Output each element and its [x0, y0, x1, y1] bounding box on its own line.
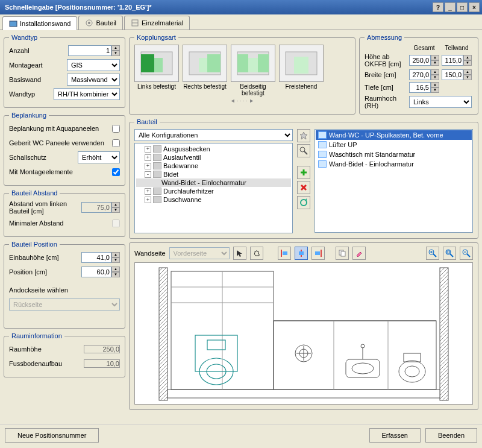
- list-item[interactable]: Wand-Bidet - Einlocharmatur: [316, 159, 472, 169]
- spin-up[interactable]: ▲: [111, 252, 120, 257]
- expand-icon[interactable]: +: [145, 197, 151, 203]
- close-button[interactable]: ×: [469, 2, 480, 12]
- zoom-in-tool[interactable]: [426, 247, 439, 260]
- raumhoch-select[interactable]: Links: [409, 96, 472, 108]
- add-button[interactable]: [297, 166, 310, 179]
- wandtyp-select[interactable]: RH/TH kombiniert: [54, 88, 120, 100]
- spin-down[interactable]: ▼: [431, 75, 439, 80]
- abstand-label: Abstand vom linken Bauteil [cm]: [9, 200, 81, 215]
- selected-list[interactable]: Wand-WC - UP-Spülkasten, Bet. vorneLüfte…: [315, 129, 473, 233]
- spin-up[interactable]: ▲: [431, 82, 439, 87]
- svg-rect-7: [154, 58, 163, 72]
- position-input[interactable]: [81, 267, 111, 277]
- spin-down[interactable]: ▼: [111, 51, 120, 56]
- abstand-group: Bauteil Abstand Abstand vom linken Baute…: [4, 189, 125, 237]
- expand-icon[interactable]: +: [145, 146, 151, 153]
- wandtyp-label: Wandtyp: [9, 90, 54, 98]
- kopp-beidseitig[interactable]: Beidseitig befestigt: [231, 45, 275, 96]
- refresh-button[interactable]: [297, 196, 310, 209]
- zoom-fit-tool[interactable]: [443, 247, 456, 260]
- beenden-button[interactable]: Beenden: [425, 428, 477, 443]
- abmessung-group: Abmessung GesamtTeilwand Höhe ab OKFFB […: [359, 34, 478, 115]
- tree-item[interactable]: +Durchlauferhitzer: [136, 187, 291, 195]
- spin-down[interactable]: ▼: [111, 272, 120, 277]
- geberit-checkbox[interactable]: [112, 139, 120, 147]
- delete-button[interactable]: [297, 181, 310, 194]
- tree-item[interactable]: +Ausgussbecken: [136, 145, 291, 153]
- erfassen-button[interactable]: Erfassen: [369, 428, 421, 443]
- svg-point-2: [88, 22, 90, 24]
- kopp-links[interactable]: Links befestigt: [134, 45, 179, 96]
- basiswand-select[interactable]: Massivwand: [67, 74, 120, 86]
- tab-einzelmaterial[interactable]: Einzelmaterial: [124, 16, 190, 30]
- hoehe-gesamt-input[interactable]: [409, 55, 431, 66]
- bauteil-group: Bauteil Alle Konfigurationen +Ausgussbec…: [129, 118, 478, 239]
- maximize-button[interactable]: □: [457, 2, 468, 12]
- align-center-tool[interactable]: [295, 247, 308, 260]
- tree-item[interactable]: Wand-Bidet - Einlocharmatur: [136, 178, 291, 187]
- spin-up[interactable]: ▲: [463, 69, 472, 75]
- tree-label: Bidet: [163, 171, 178, 178]
- config-select[interactable]: Alle Konfigurationen: [134, 129, 293, 141]
- abstand-input: [81, 202, 111, 213]
- drawing-canvas[interactable]: [134, 262, 473, 405]
- neue-position-button[interactable]: Neue Positionsnummer: [5, 428, 99, 443]
- help-button[interactable]: ?: [433, 2, 443, 12]
- spin-up[interactable]: ▲: [463, 55, 472, 60]
- montageart-select[interactable]: GIS: [67, 59, 120, 71]
- spin-down[interactable]: ▼: [111, 257, 120, 263]
- spin-up[interactable]: ▲: [111, 267, 120, 272]
- andock-select: Rückseite: [9, 298, 120, 311]
- color-tool[interactable]: [352, 247, 366, 260]
- find-button[interactable]: [297, 144, 310, 157]
- align-right-tool[interactable]: [311, 247, 325, 260]
- schall-label: Schallschutz: [9, 154, 78, 161]
- breite-teil-input[interactable]: [442, 69, 463, 80]
- kopp-freistehend[interactable]: Freistehend: [279, 45, 324, 96]
- bauteil-tree[interactable]: +Ausgussbecken+Auslaufventil+Badewanne-B…: [134, 143, 293, 233]
- pan-tool[interactable]: [250, 247, 263, 260]
- spin-down[interactable]: ▼: [463, 75, 472, 80]
- expand-icon[interactable]: +: [145, 154, 151, 161]
- kopp-rechts[interactable]: Rechts befestigt: [183, 45, 227, 96]
- wandseite-label: Wandseite: [134, 250, 166, 257]
- tree-item[interactable]: +Badewanne: [136, 162, 291, 170]
- align-left-tool[interactable]: [278, 247, 291, 260]
- spin-down[interactable]: ▼: [463, 60, 472, 66]
- copy-tool[interactable]: [336, 247, 349, 260]
- spin-up[interactable]: ▲: [111, 45, 120, 51]
- pointer-tool[interactable]: [233, 247, 246, 260]
- abmessung-legend: Abmessung: [365, 34, 404, 41]
- list-item[interactable]: Lüfter UP: [316, 140, 472, 150]
- tree-item[interactable]: +Duschwanne: [136, 195, 291, 204]
- spin-up[interactable]: ▲: [431, 55, 439, 60]
- list-item[interactable]: Waschtisch mit Standarmatur: [316, 150, 472, 159]
- svg-rect-48: [167, 390, 440, 398]
- tiefe-input[interactable]: [409, 82, 431, 93]
- anzahl-input[interactable]: [68, 45, 111, 56]
- hoehe-teil-input[interactable]: [442, 55, 463, 66]
- tab-bauteil[interactable]: Bauteil: [78, 16, 123, 30]
- tab-installationswand[interactable]: Installationswand: [2, 16, 77, 30]
- expand-icon[interactable]: -: [145, 171, 151, 178]
- gesamt-header: Gesamt: [409, 45, 439, 51]
- anzahl-spinner[interactable]: ▲▼: [68, 45, 120, 56]
- spin-up[interactable]: ▲: [431, 69, 439, 75]
- tree-item[interactable]: -Bidet: [136, 170, 291, 178]
- tree-item[interactable]: +Auslaufventil: [136, 153, 291, 162]
- montage-checkbox[interactable]: [112, 168, 120, 176]
- expand-icon[interactable]: +: [145, 188, 151, 195]
- schall-select[interactable]: Erhöht: [78, 151, 120, 163]
- spin-down[interactable]: ▼: [431, 60, 439, 66]
- aqua-checkbox[interactable]: [112, 125, 120, 133]
- einbau-input[interactable]: [81, 252, 111, 263]
- expand-icon[interactable]: +: [145, 163, 151, 169]
- minimize-button[interactable]: _: [445, 2, 455, 12]
- item-icon: [153, 154, 161, 161]
- favorite-button[interactable]: [297, 129, 310, 142]
- svg-marker-17: [300, 132, 307, 139]
- breite-gesamt-input[interactable]: [409, 69, 431, 80]
- list-item[interactable]: Wand-WC - UP-Spülkasten, Bet. vorne: [316, 130, 472, 140]
- zoom-out-tool[interactable]: [460, 247, 473, 260]
- spin-down[interactable]: ▼: [431, 87, 439, 93]
